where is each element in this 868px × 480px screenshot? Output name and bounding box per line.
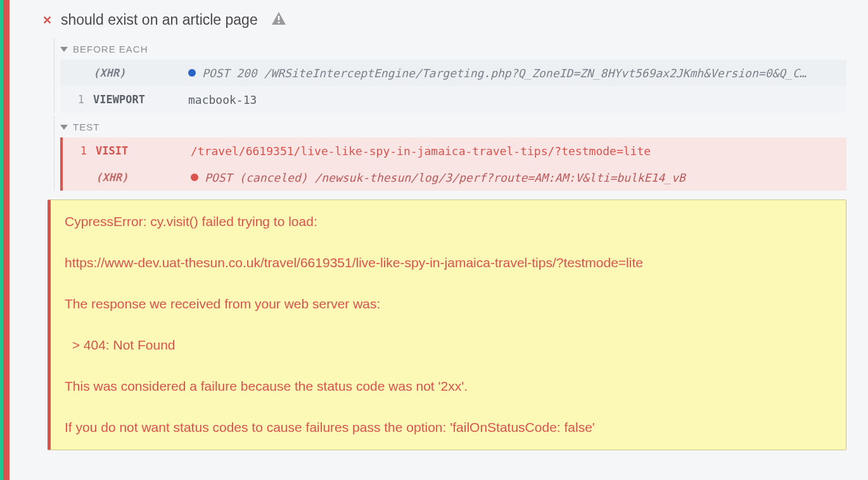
error-message[interactable]: CypressError: cy.visit() failed trying t…	[48, 199, 846, 450]
svg-rect-1	[278, 22, 279, 23]
command-text: POST (canceled) /newsuk-thesun/log/3/per…	[205, 171, 686, 184]
status-dot-icon	[191, 174, 198, 181]
section-guide	[54, 117, 54, 191]
command-name: (XHR)	[96, 171, 191, 184]
cypress-runner-panel: ✕ should exist on an article page BEFORE…	[0, 0, 868, 480]
command-log: BEFORE EACH (XHR) POST 200 /WRSiteInterc…	[31, 39, 846, 191]
test-section: TEST 1 VISIT /travel/6619351/live-like-s…	[31, 117, 846, 191]
before-each-header[interactable]: BEFORE EACH	[60, 39, 846, 60]
section-label: BEFORE EACH	[73, 44, 148, 54]
command-number: 1	[68, 144, 96, 157]
before-each-section: BEFORE EACH (XHR) POST 200 /WRSiteInterc…	[31, 39, 846, 113]
fail-icon: ✕	[42, 13, 52, 27]
command-row-xhr-failed[interactable]: (XHR) POST (canceled) /newsuk-thesun/log…	[60, 164, 846, 191]
command-number: 1	[65, 93, 93, 106]
command-body: POST 200 /WRSiteInterceptEngine/Targetin…	[188, 66, 839, 80]
command-body: POST (canceled) /newsuk-thesun/log/3/per…	[191, 171, 839, 184]
command-body: /travel/6619351/live-like-spy-in-jamaica…	[191, 144, 839, 158]
test-header[interactable]: ✕ should exist on an article page	[10, 0, 868, 39]
command-name: VISIT	[96, 144, 191, 157]
command-text: POST 200 /WRSiteInterceptEngine/Targetin…	[202, 66, 807, 80]
content-area: ✕ should exist on an article page BEFORE…	[10, 0, 868, 480]
status-dot-icon	[188, 69, 196, 77]
svg-rect-0	[278, 16, 279, 20]
chevron-down-icon	[60, 47, 68, 52]
command-row-visit[interactable]: 1 VISIT /travel/6619351/live-like-spy-in…	[60, 137, 846, 164]
section-label: TEST	[73, 122, 99, 132]
command-body: macbook-13	[188, 93, 839, 106]
chevron-down-icon	[60, 125, 68, 130]
warning-icon	[272, 12, 286, 28]
section-guide	[54, 39, 54, 113]
status-bar-red	[3, 0, 10, 480]
test-section-header[interactable]: TEST	[60, 117, 846, 137]
command-row-viewport[interactable]: 1 VIEWPORT macbook-13	[60, 86, 846, 113]
command-name: (XHR)	[93, 66, 188, 79]
command-row-xhr[interactable]: (XHR) POST 200 /WRSiteInterceptEngine/Ta…	[60, 60, 846, 86]
test-title: should exist on an article page	[61, 11, 258, 28]
command-name: VIEWPORT	[93, 93, 188, 106]
